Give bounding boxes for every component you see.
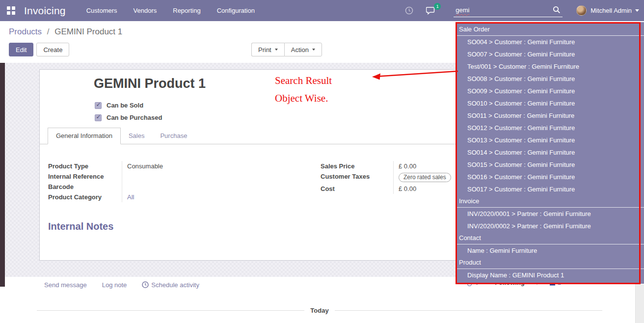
- tax-pill-badge: Zero rated sales: [399, 173, 451, 182]
- search-result-item[interactable]: SO004 > Customer : Gemini Furniture: [456, 36, 644, 48]
- search-result-item[interactable]: SO013 > Customer : Gemini Furniture: [456, 134, 644, 146]
- log-note-button[interactable]: Log note: [102, 281, 127, 289]
- fieldgroup-left: Product TypeConsumableInternal Reference…: [48, 161, 259, 202]
- checkbox-group: Can be SoldCan be Purchased: [95, 99, 162, 124]
- field-label: Cost: [321, 184, 393, 194]
- annotation-caption: Search Result Object Wise.: [275, 72, 332, 107]
- action-dropdown-button[interactable]: Action: [284, 43, 322, 56]
- search-result-item[interactable]: SO016 > Customer : Gemini Furniture: [456, 171, 644, 183]
- user-menu-caret-icon[interactable]: [635, 9, 639, 12]
- field-label: Internal Reference: [48, 171, 122, 182]
- search-result-item[interactable]: Test/001 > Customer : Gemini Furniture: [456, 60, 644, 73]
- field-value: [122, 182, 259, 192]
- search-dropdown: Sale OrderSO004 > Customer : Gemini Furn…: [456, 22, 644, 284]
- field-value: Consumable: [122, 161, 259, 171]
- action-caret-icon: [312, 49, 315, 51]
- search-icon[interactable]: [553, 6, 561, 14]
- nav-menu-configuration[interactable]: Configuration: [217, 7, 255, 14]
- print-caret-icon: [275, 49, 278, 51]
- search-result-item[interactable]: INV/2020/0002 > Partner : Gemini Furnitu…: [456, 220, 644, 232]
- activities-clock-icon[interactable]: [405, 6, 413, 15]
- search-result-item[interactable]: SO015 > Customer : Gemini Furniture: [456, 159, 644, 171]
- field-value: [122, 171, 259, 182]
- left-edge-strip: [0, 63, 5, 287]
- breadcrumb-products-link[interactable]: Products: [9, 27, 42, 36]
- today-label: Today: [310, 307, 328, 314]
- page-scrollbar[interactable]: [635, 284, 644, 323]
- checkbox-row: Can be Purchased: [95, 111, 162, 124]
- schedule-activity-label: Schedule activity: [151, 281, 199, 289]
- edit-button[interactable]: Edit: [9, 43, 33, 56]
- checkbox-row: Can be Sold: [95, 99, 162, 111]
- nav-right: 1 gemi Mitchell Admin: [392, 4, 639, 17]
- annotation-line1: Search Result: [275, 72, 332, 89]
- field-label: Product Category: [48, 192, 122, 202]
- breadcrumb-current: GEMINI Product 1: [54, 27, 122, 36]
- search-group-header: Invoice: [456, 195, 644, 208]
- search-group-header: Sale Order: [456, 24, 644, 36]
- messages-icon[interactable]: 1: [426, 6, 436, 15]
- search-result-item[interactable]: SO010 > Customer : Gemini Furniture: [456, 97, 644, 109]
- clock-icon: [142, 281, 149, 288]
- search-result-item[interactable]: SO014 > Customer : Gemini Furniture: [456, 146, 644, 159]
- app-name[interactable]: Invoicing: [24, 5, 66, 17]
- field-label: Barcode: [48, 182, 122, 192]
- top-navbar: Invoicing CustomersVendorsReportingConfi…: [0, 0, 644, 21]
- checkbox-label: Can be Sold: [107, 102, 143, 109]
- search-result-item[interactable]: SO012 > Customer : Gemini Furniture: [456, 122, 644, 134]
- search-result-item[interactable]: SO011 > Customer : Gemini Furniture: [456, 109, 644, 122]
- tab-general-information[interactable]: General Information: [48, 128, 121, 144]
- global-search-input[interactable]: gemi: [454, 4, 563, 17]
- send-message-button[interactable]: Send message: [44, 281, 87, 289]
- search-result-item[interactable]: Display Name : GEMINI Product 1: [456, 269, 644, 281]
- action-label: Action: [291, 46, 309, 54]
- user-name[interactable]: Mitchell Admin: [590, 7, 632, 14]
- breadcrumb-separator: /: [47, 27, 50, 36]
- field-label: Customer Taxes: [321, 171, 393, 184]
- create-button[interactable]: Create: [36, 43, 69, 56]
- breadcrumb: Products / GEMINI Product 1: [9, 27, 122, 37]
- messages-badge: 1: [434, 3, 441, 10]
- checkbox-icon[interactable]: [95, 114, 102, 121]
- search-query-text: gemi: [456, 6, 469, 14]
- user-avatar[interactable]: [576, 5, 587, 16]
- nav-menus: CustomersVendorsReportingConfiguration: [86, 7, 255, 14]
- print-dropdown-button[interactable]: Print: [251, 43, 284, 56]
- schedule-activity-button[interactable]: Schedule activity: [142, 281, 199, 289]
- tab-sales[interactable]: Sales: [121, 128, 153, 144]
- field-label: Product Type: [48, 161, 122, 171]
- print-label: Print: [258, 46, 271, 54]
- search-group-header: Product: [456, 257, 644, 269]
- apps-menu-icon[interactable]: [7, 6, 15, 15]
- search-group-header: Contact: [456, 232, 644, 244]
- search-result-item[interactable]: SO008 > Customer : Gemini Furniture: [456, 73, 644, 85]
- nav-menu-vendors[interactable]: Vendors: [134, 7, 157, 14]
- annotation-line2: Object Wise.: [275, 89, 332, 107]
- search-result-item[interactable]: SO007 > Customer : Gemini Furniture: [456, 48, 644, 60]
- search-result-item[interactable]: Name : Gemini Furniture: [456, 244, 644, 257]
- search-result-item[interactable]: SO017 > Customer : Gemini Furniture: [456, 183, 644, 195]
- tab-purchase[interactable]: Purchase: [152, 128, 195, 144]
- search-result-item[interactable]: INV/2020/0001 > Partner : Gemini Furnitu…: [456, 208, 644, 220]
- field-label: Sales Price: [321, 161, 393, 171]
- search-result-item[interactable]: SO009 > Customer : Gemini Furniture: [456, 85, 644, 97]
- checkbox-label: Can be Purchased: [107, 114, 162, 121]
- internal-notes-heading: Internal Notes: [48, 221, 113, 232]
- field-value[interactable]: All: [122, 192, 259, 202]
- today-divider: Today: [37, 307, 602, 314]
- chatter: Send message Log note Schedule activity …: [0, 277, 644, 323]
- nav-menu-customers[interactable]: Customers: [86, 7, 117, 14]
- nav-menu-reporting[interactable]: Reporting: [173, 7, 200, 14]
- product-title: GEMINI Product 1: [94, 76, 206, 91]
- checkbox-icon[interactable]: [95, 102, 102, 109]
